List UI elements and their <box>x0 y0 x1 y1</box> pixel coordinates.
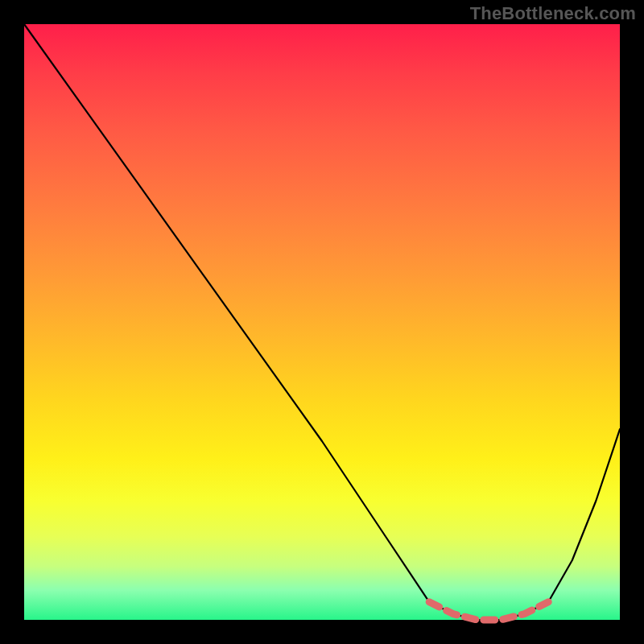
bottleneck-curve <box>24 24 620 620</box>
chart-frame: TheBottleneck.com <box>0 0 644 644</box>
optimal-zone-marker <box>429 602 548 620</box>
curve-layer <box>24 24 620 620</box>
watermark-text: TheBottleneck.com <box>470 3 636 24</box>
plot-area <box>24 24 620 620</box>
